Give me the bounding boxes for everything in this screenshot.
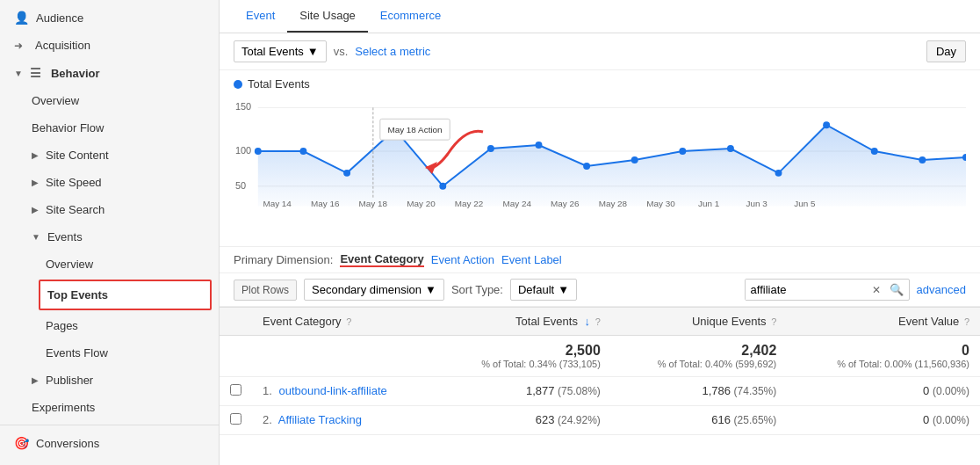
conversions-icon: 🎯	[14, 436, 29, 450]
search-clear-icon[interactable]: ✕	[868, 284, 884, 296]
svg-text:May 28: May 28	[599, 199, 628, 208]
sidebar-item-pages[interactable]: Pages	[0, 312, 219, 339]
tab-site-usage[interactable]: Site Usage	[287, 0, 368, 33]
svg-text:May 26: May 26	[551, 199, 580, 208]
row-total-pct-1: (75.08%)	[558, 385, 601, 397]
row-unique-1: 1,786	[702, 384, 731, 397]
svg-point-11	[439, 183, 446, 190]
row-unique-pct-1: (74.35%)	[734, 385, 777, 397]
table-totals-row: 2,500 % of Total: 0.34% (733,105) 2,402 …	[220, 336, 980, 377]
sidebar-item-conversions[interactable]: 🎯 Conversions	[0, 429, 219, 457]
unique-events-value: 2,402	[622, 343, 776, 359]
dim-event-label[interactable]: Event Label	[501, 253, 562, 266]
person-icon: 👤	[14, 11, 29, 25]
chart-title: Total Events	[234, 77, 966, 91]
th-event-value[interactable]: Event Value ?	[787, 308, 980, 336]
svg-marker-6	[258, 125, 966, 206]
sidebar-item-site-search[interactable]: ▶ Site Search	[0, 196, 219, 223]
svg-text:100: 100	[235, 145, 251, 156]
line-chart: 150 100 50	[234, 94, 966, 217]
help-icon-value[interactable]: ?	[964, 316, 969, 327]
toolbar: Total Events ▼ vs. Select a metric Day	[220, 33, 980, 70]
secondary-dimension-dropdown[interactable]: Secondary dimension ▼	[304, 279, 444, 301]
help-icon-category[interactable]: ?	[346, 316, 351, 327]
total-events-value: 2,500	[445, 343, 600, 359]
th-total-events[interactable]: Total Events ↓ ?	[435, 308, 610, 336]
sidebar-item-overview[interactable]: Overview	[0, 87, 219, 114]
primary-dimension-bar: Primary Dimension: Event Category Event …	[220, 246, 980, 272]
dim-event-category[interactable]: Event Category	[340, 252, 423, 267]
sidebar-item-events-flow[interactable]: Events Flow	[0, 339, 219, 367]
row-unique-2: 616	[711, 413, 731, 426]
svg-point-8	[299, 148, 306, 155]
row-unique-pct-2: (25.65%)	[734, 414, 777, 426]
sidebar-item-site-content[interactable]: ▶ Site Content	[0, 142, 219, 169]
chart-dot	[234, 80, 242, 89]
total-events-dropdown[interactable]: Total Events ▼	[234, 40, 327, 62]
svg-point-14	[583, 163, 590, 170]
chevron-right-icon: ▶	[32, 150, 39, 160]
event-value-pct: % of Total: 0.00% (11,560,936)	[797, 359, 969, 369]
sidebar-item-behavior-flow[interactable]: Behavior Flow	[0, 114, 219, 142]
row-checkbox-1[interactable]	[230, 384, 241, 396]
th-unique-events[interactable]: Unique Events ?	[611, 308, 787, 336]
sidebar: 👤 Audience ➜ Acquisition ▼ ☰ Behavior Ov…	[0, 0, 220, 465]
row-link-1[interactable]: outbound-link-affiliate	[278, 384, 386, 397]
tab-bar: Event Site Usage Ecommerce	[220, 0, 980, 33]
sort-type-label: Sort Type:	[451, 283, 503, 296]
sidebar-item-events-overview[interactable]: Overview	[0, 251, 219, 278]
svg-text:May 18: May 18	[359, 199, 388, 208]
svg-text:May 22: May 22	[455, 199, 484, 208]
svg-point-7	[255, 148, 262, 155]
row-total-events-1: 1,877	[526, 384, 555, 397]
sidebar-item-site-speed[interactable]: ▶ Site Speed	[0, 169, 219, 196]
data-table: Event Category ? Total Events ↓ ? Unique…	[220, 307, 980, 435]
sidebar-item-events[interactable]: ▼ Events	[0, 223, 219, 251]
tab-ecommerce[interactable]: Ecommerce	[368, 0, 453, 33]
chevron-right-icon4: ▶	[32, 375, 39, 385]
chevron-down-icon2: ▼	[32, 232, 40, 242]
svg-text:May 30: May 30	[646, 199, 675, 208]
sidebar-item-experiments[interactable]: Experiments	[0, 394, 219, 421]
svg-point-15	[631, 156, 638, 163]
dropdown-arrow-icon2: ▼	[425, 283, 436, 296]
search-icon[interactable]: 🔍	[884, 283, 909, 296]
dim-event-action[interactable]: Event Action	[431, 253, 494, 266]
primary-dim-label: Primary Dimension:	[234, 253, 333, 266]
row-checkbox-2[interactable]	[230, 413, 241, 425]
dropdown-arrow-icon: ▼	[307, 45, 319, 58]
sidebar-item-acquisition[interactable]: ➜ Acquisition	[0, 32, 219, 59]
svg-text:150: 150	[235, 101, 251, 112]
row-link-2[interactable]: Affiliate Tracking	[278, 413, 362, 426]
svg-text:Jun 1: Jun 1	[698, 199, 720, 208]
advanced-link[interactable]: advanced	[917, 283, 966, 296]
vs-label: vs.	[334, 45, 349, 58]
row-value-2: 0	[923, 413, 929, 426]
search-input[interactable]	[746, 280, 868, 300]
row-value-1: 0	[923, 384, 929, 397]
sort-arrow-icon: ↓	[585, 315, 591, 328]
table-row: 2. Affiliate Tracking 623 (24.92%) 616 (…	[220, 406, 980, 435]
sidebar-item-behavior[interactable]: ▼ ☰ Behavior	[0, 59, 219, 87]
svg-text:50: 50	[235, 180, 246, 191]
chevron-down-icon: ▼	[14, 69, 23, 78]
data-table-container: Event Category ? Total Events ↓ ? Unique…	[220, 307, 980, 435]
select-metric-link[interactable]: Select a metric	[355, 45, 430, 58]
help-icon-unique[interactable]: ?	[771, 316, 776, 327]
sidebar-item-publisher[interactable]: ▶ Publisher	[0, 367, 219, 394]
svg-text:May 16: May 16	[311, 199, 340, 208]
svg-point-19	[823, 121, 830, 128]
sidebar-item-audience[interactable]: 👤 Audience	[0, 4, 219, 32]
plot-rows-button[interactable]: Plot Rows	[234, 280, 297, 301]
dropdown-arrow-icon3: ▼	[558, 283, 569, 296]
sort-default-dropdown[interactable]: Default ▼	[510, 279, 577, 301]
help-icon-total[interactable]: ?	[595, 316, 601, 327]
svg-point-12	[487, 145, 494, 152]
filter-bar: Plot Rows Secondary dimension ▼ Sort Typ…	[220, 272, 980, 307]
total-events-pct: % of Total: 0.34% (733,105)	[445, 359, 600, 369]
day-button[interactable]: Day	[926, 40, 966, 62]
th-event-category[interactable]: Event Category ?	[252, 308, 435, 336]
row-total-events-2: 623	[536, 413, 555, 426]
tab-event[interactable]: Event	[234, 0, 287, 33]
sidebar-item-top-events[interactable]: Top Events	[39, 280, 212, 310]
